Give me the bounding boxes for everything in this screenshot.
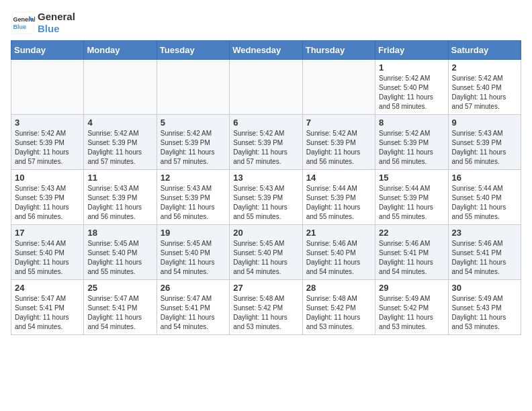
calendar-cell: 23Sunrise: 5:46 AM Sunset: 5:41 PM Dayli… <box>448 225 521 280</box>
day-number: 28 <box>306 283 371 293</box>
calendar-cell <box>84 60 157 115</box>
calendar-cell: 20Sunrise: 5:45 AM Sunset: 5:40 PM Dayli… <box>230 225 302 280</box>
weekday-header-thursday: Thursday <box>302 41 375 60</box>
day-info: Sunrise: 5:43 AM Sunset: 5:39 PM Dayligh… <box>87 184 152 222</box>
day-info: Sunrise: 5:43 AM Sunset: 5:39 PM Dayligh… <box>161 184 226 222</box>
calendar-cell: 8Sunrise: 5:42 AM Sunset: 5:39 PM Daylig… <box>375 115 448 170</box>
day-number: 6 <box>233 118 298 128</box>
day-info: Sunrise: 5:45 AM Sunset: 5:40 PM Dayligh… <box>233 239 298 277</box>
calendar-cell: 29Sunrise: 5:49 AM Sunset: 5:42 PM Dayli… <box>375 280 448 335</box>
day-info: Sunrise: 5:42 AM Sunset: 5:40 PM Dayligh… <box>452 74 517 111</box>
calendar-cell: 16Sunrise: 5:44 AM Sunset: 5:40 PM Dayli… <box>448 170 521 225</box>
calendar-week-2: 3Sunrise: 5:42 AM Sunset: 5:39 PM Daylig… <box>11 115 521 170</box>
calendar-cell: 7Sunrise: 5:42 AM Sunset: 5:39 PM Daylig… <box>302 115 375 170</box>
logo-blue: Blue <box>38 23 75 35</box>
day-number: 26 <box>161 283 226 293</box>
day-info: Sunrise: 5:45 AM Sunset: 5:40 PM Dayligh… <box>161 239 226 277</box>
day-info: Sunrise: 5:42 AM Sunset: 5:39 PM Dayligh… <box>15 129 80 167</box>
logo-icon: General Blue <box>11 11 35 35</box>
day-number: 21 <box>306 228 371 238</box>
day-number: 13 <box>233 173 298 183</box>
calendar-table: SundayMondayTuesdayWednesdayThursdayFrid… <box>11 40 521 335</box>
day-number: 17 <box>15 228 80 238</box>
calendar-cell: 17Sunrise: 5:44 AM Sunset: 5:40 PM Dayli… <box>11 225 84 280</box>
day-info: Sunrise: 5:48 AM Sunset: 5:42 PM Dayligh… <box>306 294 371 332</box>
day-number: 15 <box>379 173 444 183</box>
calendar-cell: 24Sunrise: 5:47 AM Sunset: 5:41 PM Dayli… <box>11 280 84 335</box>
day-info: Sunrise: 5:47 AM Sunset: 5:41 PM Dayligh… <box>15 294 80 332</box>
page-header: General Blue General Blue <box>11 11 521 35</box>
day-number: 4 <box>87 118 152 128</box>
calendar-cell: 15Sunrise: 5:44 AM Sunset: 5:39 PM Dayli… <box>375 170 448 225</box>
day-number: 8 <box>379 118 444 128</box>
day-info: Sunrise: 5:42 AM Sunset: 5:39 PM Dayligh… <box>161 129 226 167</box>
day-info: Sunrise: 5:46 AM Sunset: 5:40 PM Dayligh… <box>306 239 371 277</box>
weekday-header-saturday: Saturday <box>448 41 521 60</box>
day-number: 11 <box>87 173 152 183</box>
day-info: Sunrise: 5:44 AM Sunset: 5:39 PM Dayligh… <box>379 184 444 222</box>
calendar-cell: 28Sunrise: 5:48 AM Sunset: 5:42 PM Dayli… <box>302 280 375 335</box>
day-number: 27 <box>233 283 298 293</box>
day-number: 23 <box>452 228 517 238</box>
day-info: Sunrise: 5:46 AM Sunset: 5:41 PM Dayligh… <box>379 239 444 277</box>
day-info: Sunrise: 5:47 AM Sunset: 5:41 PM Dayligh… <box>87 294 152 332</box>
calendar-cell: 3Sunrise: 5:42 AM Sunset: 5:39 PM Daylig… <box>11 115 84 170</box>
weekday-header-monday: Monday <box>84 41 157 60</box>
calendar-cell: 25Sunrise: 5:47 AM Sunset: 5:41 PM Dayli… <box>84 280 157 335</box>
calendar-cell: 19Sunrise: 5:45 AM Sunset: 5:40 PM Dayli… <box>157 225 229 280</box>
weekday-header-wednesday: Wednesday <box>230 41 302 60</box>
day-info: Sunrise: 5:46 AM Sunset: 5:41 PM Dayligh… <box>452 239 517 277</box>
calendar-week-1: 1Sunrise: 5:42 AM Sunset: 5:40 PM Daylig… <box>11 60 521 115</box>
day-info: Sunrise: 5:42 AM Sunset: 5:39 PM Dayligh… <box>233 129 298 167</box>
day-number: 22 <box>379 228 444 238</box>
day-number: 12 <box>161 173 226 183</box>
calendar-cell: 2Sunrise: 5:42 AM Sunset: 5:40 PM Daylig… <box>448 60 521 115</box>
weekday-header-sunday: Sunday <box>11 41 84 60</box>
day-info: Sunrise: 5:45 AM Sunset: 5:40 PM Dayligh… <box>87 239 152 277</box>
day-number: 18 <box>87 228 152 238</box>
day-number: 25 <box>87 283 152 293</box>
day-info: Sunrise: 5:43 AM Sunset: 5:39 PM Dayligh… <box>233 184 298 222</box>
day-info: Sunrise: 5:44 AM Sunset: 5:40 PM Dayligh… <box>452 184 517 222</box>
day-number: 3 <box>15 118 80 128</box>
calendar-cell <box>230 60 302 115</box>
calendar-cell: 12Sunrise: 5:43 AM Sunset: 5:39 PM Dayli… <box>157 170 229 225</box>
calendar-cell <box>302 60 375 115</box>
calendar-week-5: 24Sunrise: 5:47 AM Sunset: 5:41 PM Dayli… <box>11 280 521 335</box>
calendar-cell: 30Sunrise: 5:49 AM Sunset: 5:43 PM Dayli… <box>448 280 521 335</box>
calendar-cell: 9Sunrise: 5:43 AM Sunset: 5:39 PM Daylig… <box>448 115 521 170</box>
day-number: 30 <box>452 283 517 293</box>
svg-text:Blue: Blue <box>13 24 27 30</box>
day-number: 10 <box>15 173 80 183</box>
day-number: 7 <box>306 118 371 128</box>
logo-general: General <box>38 11 75 23</box>
day-number: 20 <box>233 228 298 238</box>
day-info: Sunrise: 5:42 AM Sunset: 5:39 PM Dayligh… <box>379 129 444 167</box>
calendar-cell: 11Sunrise: 5:43 AM Sunset: 5:39 PM Dayli… <box>84 170 157 225</box>
day-number: 1 <box>379 62 444 73</box>
calendar-cell: 13Sunrise: 5:43 AM Sunset: 5:39 PM Dayli… <box>230 170 302 225</box>
calendar-cell: 6Sunrise: 5:42 AM Sunset: 5:39 PM Daylig… <box>230 115 302 170</box>
day-info: Sunrise: 5:44 AM Sunset: 5:40 PM Dayligh… <box>15 239 80 277</box>
day-info: Sunrise: 5:42 AM Sunset: 5:39 PM Dayligh… <box>306 129 371 167</box>
day-number: 14 <box>306 173 371 183</box>
weekday-header-friday: Friday <box>375 41 448 60</box>
weekday-header-tuesday: Tuesday <box>157 41 229 60</box>
day-info: Sunrise: 5:47 AM Sunset: 5:41 PM Dayligh… <box>161 294 226 332</box>
calendar-cell: 10Sunrise: 5:43 AM Sunset: 5:39 PM Dayli… <box>11 170 84 225</box>
calendar-cell: 1Sunrise: 5:42 AM Sunset: 5:40 PM Daylig… <box>375 60 448 115</box>
day-info: Sunrise: 5:48 AM Sunset: 5:42 PM Dayligh… <box>233 294 298 332</box>
calendar-cell: 21Sunrise: 5:46 AM Sunset: 5:40 PM Dayli… <box>302 225 375 280</box>
day-number: 9 <box>452 118 517 128</box>
day-number: 16 <box>452 173 517 183</box>
logo: General Blue General Blue <box>11 11 75 35</box>
day-number: 29 <box>379 283 444 293</box>
calendar-week-4: 17Sunrise: 5:44 AM Sunset: 5:40 PM Dayli… <box>11 225 521 280</box>
calendar-cell: 18Sunrise: 5:45 AM Sunset: 5:40 PM Dayli… <box>84 225 157 280</box>
day-number: 19 <box>161 228 226 238</box>
day-info: Sunrise: 5:43 AM Sunset: 5:39 PM Dayligh… <box>15 184 80 222</box>
calendar-cell <box>11 60 84 115</box>
calendar-cell: 27Sunrise: 5:48 AM Sunset: 5:42 PM Dayli… <box>230 280 302 335</box>
day-info: Sunrise: 5:49 AM Sunset: 5:42 PM Dayligh… <box>379 294 444 332</box>
calendar-cell: 26Sunrise: 5:47 AM Sunset: 5:41 PM Dayli… <box>157 280 229 335</box>
